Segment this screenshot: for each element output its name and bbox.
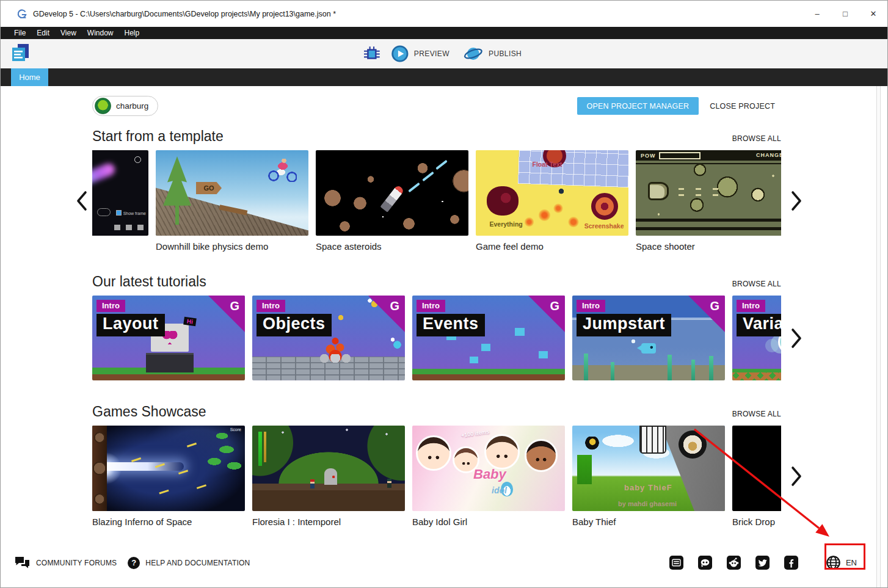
chevron-left-icon bbox=[76, 191, 88, 211]
art bbox=[318, 333, 352, 363]
template-card-gamefeel[interactable]: Float Text Everything Screenshake Game f… bbox=[476, 150, 628, 252]
main-toolbar: PREVIEW PUBLISH bbox=[1, 39, 887, 68]
tutorial-title: Variab bbox=[737, 314, 781, 336]
menu-file[interactable]: File bbox=[9, 29, 31, 37]
game-logo-text: baby ThieF bbox=[624, 483, 672, 492]
art bbox=[146, 353, 194, 372]
gdevelop-logo-icon bbox=[16, 9, 27, 20]
menu-bar: File Edit View Window Help bbox=[1, 27, 887, 39]
chevron-right-icon bbox=[790, 191, 802, 211]
art bbox=[92, 426, 245, 511]
art bbox=[639, 426, 666, 454]
maximize-button[interactable]: □ bbox=[831, 1, 859, 27]
community-forums-label: COMMUNITY FORUMS bbox=[36, 559, 117, 567]
template-card-downhill[interactable]: GO Downhill bike physics demo bbox=[156, 150, 308, 252]
reddit-icon[interactable] bbox=[727, 556, 741, 570]
showcase-next-chevron[interactable] bbox=[790, 465, 803, 487]
template-thumbnail bbox=[316, 150, 468, 236]
close-button[interactable]: ✕ bbox=[859, 1, 887, 27]
templates-next-chevron[interactable] bbox=[790, 190, 803, 212]
community-forums-link[interactable]: COMMUNITY FORUMS bbox=[14, 556, 117, 569]
tutorial-card-objects[interactable]: G Intro Objects bbox=[252, 296, 405, 380]
tutorials-next-chevron[interactable] bbox=[790, 327, 803, 349]
window-controls: – □ ✕ bbox=[803, 1, 887, 27]
showcase-browse-all[interactable]: BROWSE ALL bbox=[732, 410, 781, 418]
preview-button[interactable]: PREVIEW bbox=[387, 45, 453, 63]
tutorial-thumbnail: G Intro Variab +1 bbox=[732, 296, 781, 380]
tutorial-card-head: Intro Variab bbox=[732, 296, 781, 336]
art bbox=[591, 193, 618, 220]
help-icon: ? bbox=[128, 557, 140, 569]
debugger-icon[interactable] bbox=[363, 45, 381, 63]
gdevelop-corner-logo: G bbox=[230, 299, 239, 313]
youtube-icon[interactable] bbox=[669, 556, 683, 570]
minimize-button[interactable]: – bbox=[803, 1, 831, 27]
tab-home[interactable]: Home bbox=[11, 68, 48, 86]
showcase-card-babyidol[interactable]: +100 items Baby idol Baby Idol Girl bbox=[412, 426, 565, 527]
discord-icon[interactable] bbox=[698, 556, 712, 570]
template-card-title: Game feel demo bbox=[476, 241, 628, 252]
templates-title: Start from a template bbox=[92, 128, 224, 145]
twitter-icon[interactable] bbox=[755, 556, 770, 570]
publish-label: PUBLISH bbox=[489, 49, 522, 58]
chevron-right-icon bbox=[790, 466, 802, 487]
menu-help[interactable]: Help bbox=[119, 29, 145, 37]
tutorial-card-jumpstart[interactable]: G Intro Jumpstart bbox=[572, 296, 725, 380]
user-chip[interactable]: charburg bbox=[92, 96, 158, 116]
menu-view[interactable]: View bbox=[55, 29, 82, 37]
templates-browse-all[interactable]: BROWSE ALL bbox=[732, 134, 781, 143]
showcase-card-title: Brick Drop bbox=[732, 517, 781, 527]
template-card-trail[interactable]: Show frame bbox=[92, 150, 148, 252]
change-label: CHANGE bbox=[756, 152, 781, 158]
float-text-label: Float Text bbox=[533, 161, 562, 168]
scrollbar[interactable] bbox=[876, 86, 881, 588]
help-documentation-link[interactable]: ? HELP AND DOCUMENTATION bbox=[128, 557, 250, 569]
intro-badge: Intro bbox=[577, 300, 605, 312]
art bbox=[487, 186, 519, 216]
language-button[interactable]: EN bbox=[819, 552, 863, 573]
tutorial-card-head: Intro Jumpstart bbox=[572, 296, 725, 336]
templates-row: Show frame GO Downhill bike physics demo bbox=[92, 150, 781, 252]
window-title: GDevelop 5 - C:\Users\charburg\Documents… bbox=[33, 10, 336, 18]
template-card-shooter[interactable]: POW CHANGE Space shooter bbox=[636, 150, 781, 252]
facebook-icon[interactable] bbox=[784, 556, 798, 570]
tutorial-thumbnail: G Intro Events bbox=[412, 296, 565, 380]
art bbox=[422, 171, 434, 181]
project-manager-icon[interactable] bbox=[10, 43, 31, 64]
tutorial-title: Jumpstart bbox=[577, 314, 671, 336]
gdevelop-window: GDevelop 5 - C:\Users\charburg\Documents… bbox=[0, 0, 888, 588]
show-frame-label: Show frame bbox=[116, 210, 146, 216]
score-label: Score bbox=[230, 427, 241, 432]
art bbox=[321, 155, 365, 165]
publish-button[interactable]: PUBLISH bbox=[459, 45, 525, 63]
play-icon bbox=[391, 45, 409, 63]
tutorials-browse-all[interactable]: BROWSE ALL bbox=[732, 280, 781, 288]
tutorials-card-row: G Intro Layout Hi G bbox=[92, 296, 781, 380]
showcase-card-floresia[interactable]: Floresia I : Intemporel bbox=[252, 426, 405, 527]
publish-globe-icon bbox=[463, 45, 484, 63]
home-page: charburg OPEN PROJECT MANAGER CLOSE PROJ… bbox=[1, 86, 887, 588]
showcase-card-babythief[interactable]: baby ThieF by mahdi ghasemi Baby Thief bbox=[572, 426, 725, 527]
screenshake-label: Screenshake bbox=[584, 222, 624, 230]
art bbox=[679, 430, 707, 459]
template-card-title: Space shooter bbox=[636, 241, 781, 252]
showcase-header: Games Showcase BROWSE ALL bbox=[92, 404, 781, 420]
showcase-card-brickdrop[interactable]: Brick Drop bbox=[732, 426, 781, 527]
tutorial-card-layout[interactable]: G Intro Layout Hi bbox=[92, 296, 245, 380]
art bbox=[408, 182, 420, 192]
footer: COMMUNITY FORUMS ? HELP AND DOCUMENTATIO… bbox=[14, 552, 863, 573]
open-project-manager-button[interactable]: OPEN PROJECT MANAGER bbox=[577, 97, 699, 115]
top-row: charburg OPEN PROJECT MANAGER CLOSE PROJ… bbox=[92, 96, 780, 116]
menu-window[interactable]: Window bbox=[82, 29, 119, 37]
template-card-asteroids[interactable]: Space asteroids bbox=[316, 150, 468, 252]
intro-badge: Intro bbox=[96, 300, 125, 312]
username: charburg bbox=[116, 101, 148, 111]
intro-badge: Intro bbox=[257, 300, 285, 312]
close-project-button[interactable]: CLOSE PROJECT bbox=[705, 102, 780, 111]
templates-prev-chevron[interactable] bbox=[75, 190, 89, 212]
art bbox=[387, 479, 391, 488]
tutorial-card-variables[interactable]: G Intro Variab +1 bbox=[732, 296, 781, 380]
tutorial-card-events[interactable]: G Intro Events bbox=[412, 296, 565, 380]
menu-edit[interactable]: Edit bbox=[31, 29, 55, 37]
showcase-card-blazing[interactable]: Score Blazing Inferno of Space bbox=[92, 426, 245, 527]
